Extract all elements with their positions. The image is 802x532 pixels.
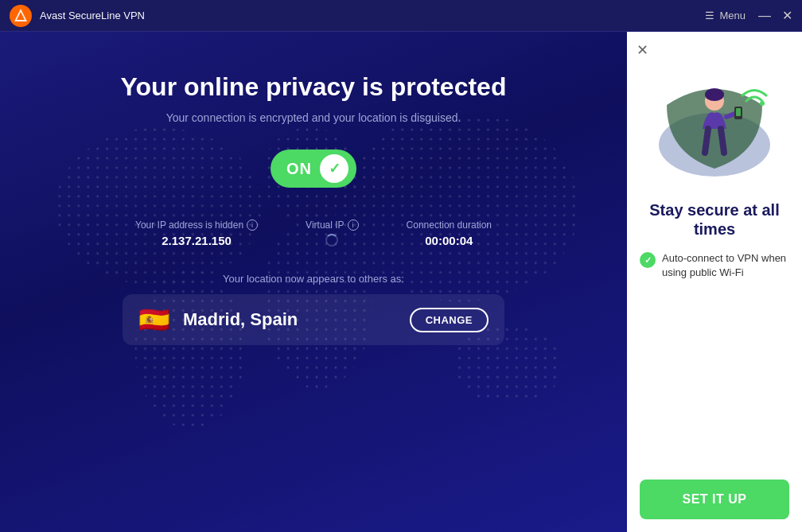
virtual-ip-info-icon[interactable]: i xyxy=(348,219,359,231)
main-layout: Your online privacy is protected Your co… xyxy=(0,32,802,532)
left-panel: Your online privacy is protected Your co… xyxy=(0,32,627,532)
location-name: Madrid, Spain xyxy=(183,309,397,330)
app-title: Avast SecureLine VPN xyxy=(40,10,145,21)
close-button[interactable]: ✕ xyxy=(782,10,792,22)
promo-title: Stay secure at all times xyxy=(640,200,789,239)
svg-line-14 xyxy=(705,129,708,153)
title-bar-controls: ☰ Menu — ✕ xyxy=(705,10,792,22)
promo-feature: Auto-connect to VPN when using public Wi… xyxy=(640,251,789,280)
title-bar-left: Avast SecureLine VPN xyxy=(10,5,145,27)
svg-point-13 xyxy=(705,88,724,101)
ip-address-stat: Your IP address is hidden i 2.137.21.150 xyxy=(135,219,258,247)
connection-duration-stat: Connection duration 00:00:04 xyxy=(407,219,492,247)
title-bar: Avast SecureLine VPN ☰ Menu — ✕ xyxy=(0,0,802,32)
main-headline: Your online privacy is protected xyxy=(121,72,507,102)
svg-line-15 xyxy=(721,129,724,153)
svg-point-11 xyxy=(760,101,765,106)
location-label: Your location now appears to others as: xyxy=(223,273,404,285)
ip-info-icon[interactable]: i xyxy=(247,219,258,231)
toggle-knob xyxy=(320,154,348,183)
window-controls: — ✕ xyxy=(758,10,792,22)
minimize-button[interactable]: — xyxy=(758,10,771,22)
check-icon xyxy=(640,252,656,268)
toggle-label: ON xyxy=(286,160,312,178)
virtual-ip-stat: Virtual IP i xyxy=(306,219,358,247)
set-it-up-button[interactable]: SET IT UP xyxy=(640,480,789,519)
promo-illustration xyxy=(651,57,778,184)
main-content: Your online privacy is protected Your co… xyxy=(0,72,627,345)
right-panel: ✕ Stay secure at all time xyxy=(627,32,802,532)
country-flag-icon: 🇪🇸 xyxy=(138,307,170,332)
stats-row: Your IP address is hidden i 2.137.21.150… xyxy=(32,219,595,247)
toggle-container: ON xyxy=(271,150,356,188)
virtual-ip-label: Virtual IP i xyxy=(306,219,358,231)
menu-button[interactable]: ☰ Menu xyxy=(705,10,746,21)
promo-feature-text: Auto-connect to VPN when using public Wi… xyxy=(662,251,789,280)
ip-value: 2.137.21.150 xyxy=(162,234,232,247)
svg-rect-18 xyxy=(736,108,741,116)
duration-label: Connection duration xyxy=(407,219,492,231)
duration-value: 00:00:04 xyxy=(425,234,473,247)
menu-icon: ☰ xyxy=(705,10,714,21)
change-location-button[interactable]: CHANGE xyxy=(410,308,489,332)
virtual-ip-loading xyxy=(325,234,338,247)
avast-logo-icon xyxy=(10,5,32,27)
vpn-toggle[interactable]: ON xyxy=(271,150,356,188)
ip-label: Your IP address is hidden i xyxy=(135,219,258,231)
location-card: 🇪🇸 Madrid, Spain CHANGE xyxy=(123,294,504,345)
sub-headline: Your connection is encrypted and your lo… xyxy=(166,111,461,124)
close-panel-button[interactable]: ✕ xyxy=(637,41,648,59)
